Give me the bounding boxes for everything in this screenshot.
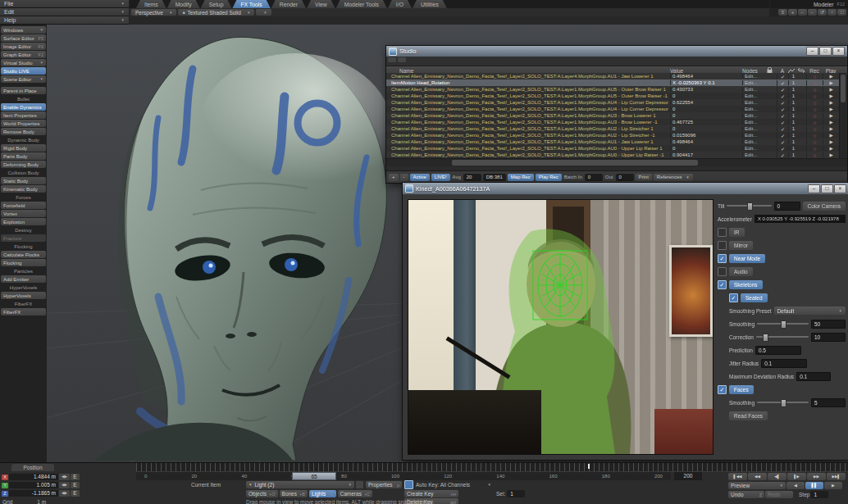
- record-icon[interactable]: ○: [806, 126, 823, 132]
- active-check-icon[interactable]: ✓: [777, 126, 788, 132]
- pan-edge-icon[interactable]: ←: [808, 9, 817, 16]
- active-check-icon[interactable]: ✓: [777, 139, 788, 145]
- create-key-button[interactable]: Create Key ret: [404, 490, 458, 497]
- nodes-edit-button[interactable]: Edit...: [742, 120, 767, 125]
- toggle-button[interactable]: Skeletons: [729, 280, 763, 289]
- frame-slider[interactable]: 020406080100120140160180200: [136, 472, 671, 480]
- faces-smoothing-slider[interactable]: [757, 402, 809, 403]
- tab[interactable]: Utilities: [413, 0, 447, 8]
- current-item-dropdown[interactable]: ▼ Light (2) ▼: [246, 481, 354, 488]
- x-envelope-button[interactable]: E: [71, 474, 80, 480]
- tab[interactable]: Render: [271, 0, 306, 8]
- sidebar-item[interactable]: Windows ▼: [1, 26, 46, 34]
- move-icon[interactable]: +: [788, 9, 797, 16]
- item-type-button[interactable]: Bones +B: [280, 490, 308, 497]
- active-check-icon[interactable]: ✓: [777, 107, 788, 112]
- sidebar-item[interactable]: Kinematic Body ▼: [1, 185, 46, 193]
- scrollbar-thumb[interactable]: [452, 160, 698, 166]
- item-edit-button[interactable]: [356, 481, 363, 488]
- timeline-ticks[interactable]: [136, 463, 848, 472]
- sidebar-item[interactable]: Collision Body ▼: [1, 169, 46, 176]
- horizontal-scrollbar[interactable]: [386, 158, 847, 166]
- play-icon[interactable]: ▶: [823, 87, 839, 92]
- scrollbar-thumb[interactable]: [841, 75, 846, 102]
- tab[interactable]: Modify: [167, 0, 200, 8]
- active-check-icon[interactable]: ✓: [777, 74, 788, 79]
- properties-button[interactable]: Properties p: [366, 481, 402, 488]
- sidebar-item[interactable]: HyperVoxels ▼: [1, 284, 46, 291]
- tilt-slider[interactable]: [727, 205, 771, 207]
- sidebar-item[interactable]: Static Body ▼: [1, 177, 46, 184]
- batch-in-field[interactable]: 0: [585, 174, 603, 181]
- y-position-field[interactable]: 1.005 m: [9, 482, 58, 488]
- item-type-button[interactable]: Lights +L: [309, 490, 336, 497]
- maximize-viewport-icon[interactable]: □: [837, 9, 846, 16]
- nodes-edit-button[interactable]: Edit...: [742, 133, 767, 138]
- tab[interactable]: FX Tools: [232, 0, 270, 8]
- close-button[interactable]: ×: [834, 184, 846, 193]
- sidebar-item[interactable]: Calculate Flocks ▼: [1, 251, 46, 258]
- remove-button[interactable]: -: [400, 174, 408, 181]
- play-forward-button[interactable]: ▶: [824, 482, 842, 489]
- record-icon[interactable]: ○: [806, 100, 823, 106]
- play-icon[interactable]: ▶: [823, 107, 839, 111]
- frame-step-button[interactable]: ◀◀: [748, 473, 767, 480]
- position-header[interactable]: Position: [11, 464, 54, 471]
- sidebar-item[interactable]: HyperVoxels ▼: [1, 292, 46, 299]
- vertical-scrollbar[interactable]: [839, 73, 846, 158]
- smoothing-field[interactable]: 50: [811, 320, 846, 329]
- active-check-icon[interactable]: ✓: [777, 100, 788, 106]
- play-icon[interactable]: ▶: [823, 120, 839, 125]
- pan-icon[interactable]: ←: [798, 9, 807, 16]
- jitter-field[interactable]: 0.1: [761, 359, 807, 368]
- menu-icon[interactable]: ≡: [778, 9, 787, 16]
- sidebar-item[interactable]: Destroy ▼: [1, 226, 46, 234]
- channel-row[interactable]: Channel Alien_Emissary_Nevron_Demo_Facia…: [386, 125, 839, 132]
- sidebar-item[interactable]: Studio LIVE ▼: [1, 67, 46, 75]
- sidebar-item[interactable]: Image Editor F6 ▼: [1, 43, 46, 50]
- frame-step-button[interactable]: ▌◀◀: [728, 473, 747, 480]
- sidebar-item[interactable]: Explosion ▼: [1, 218, 46, 225]
- active-check-icon[interactable]: ✓: [777, 113, 788, 119]
- file-menu[interactable]: File ▼: [0, 0, 129, 8]
- close-button[interactable]: ×: [832, 47, 845, 56]
- checkbox[interactable]: ✓: [729, 293, 738, 302]
- checkbox[interactable]: ✓: [718, 241, 727, 250]
- modeler-button[interactable]: Modeler F12: [770, 0, 848, 8]
- end-frame-field[interactable]: 200: [674, 472, 702, 480]
- y-stepper[interactable]: ◀▶: [59, 482, 70, 488]
- item-type-button[interactable]: Objects +O: [246, 490, 278, 497]
- edit-menu[interactable]: Edit ▼: [0, 8, 129, 16]
- undo-button[interactable]: Undo Z: [728, 491, 764, 498]
- smoothing-preset-dropdown[interactable]: Default ▼: [774, 306, 846, 315]
- view-mode-dropdown[interactable]: Perspective ▼: [131, 9, 176, 16]
- sidebar-item[interactable]: Forces ▼: [1, 193, 46, 201]
- zoom-icon[interactable]: ○: [827, 9, 837, 16]
- active-check-icon[interactable]: ✓: [777, 80, 788, 86]
- maximize-button[interactable]: □: [819, 47, 832, 56]
- play-icon[interactable]: ▶: [823, 152, 839, 157]
- print-button[interactable]: Print: [636, 174, 652, 181]
- sidebar-item[interactable]: Dynamic Body ▼: [1, 136, 46, 143]
- avg-field[interactable]: 20: [463, 174, 481, 181]
- help-menu[interactable]: Help ▼: [0, 16, 129, 25]
- active-toggle[interactable]: Active: [410, 174, 430, 181]
- max-deviation-field[interactable]: 0.1: [796, 372, 831, 381]
- play-icon[interactable]: ▶: [823, 74, 839, 79]
- item-type-button[interactable]: Cameras +C: [338, 490, 373, 497]
- play-icon[interactable]: ▶: [823, 126, 839, 131]
- play-icon[interactable]: ▶: [823, 133, 839, 138]
- faces-smoothing-field[interactable]: 5: [811, 398, 846, 407]
- frame-scrubber[interactable]: 65: [292, 472, 336, 480]
- active-check-icon[interactable]: ✓: [777, 152, 788, 158]
- sidebar-item[interactable]: World Properties ▼: [1, 120, 46, 127]
- tab[interactable]: Setup: [201, 0, 232, 8]
- nodes-edit-button[interactable]: Edit...: [742, 152, 767, 157]
- shading-options-dropdown[interactable]: ▼: [256, 9, 271, 16]
- channel-row[interactable]: Channel Alien_Emissary_Nevron_Demo_Facia…: [386, 132, 839, 138]
- channel-row[interactable]: ItemMotion Head_Rotation X -0.0250363 Y …: [386, 79, 839, 86]
- frame-step-button[interactable]: ▌▶: [787, 473, 806, 480]
- x-stepper[interactable]: ◀▶: [59, 474, 70, 480]
- prediction-field[interactable]: 0.5: [755, 346, 801, 355]
- sidebar-item[interactable]: Remove Body ▼: [1, 128, 46, 135]
